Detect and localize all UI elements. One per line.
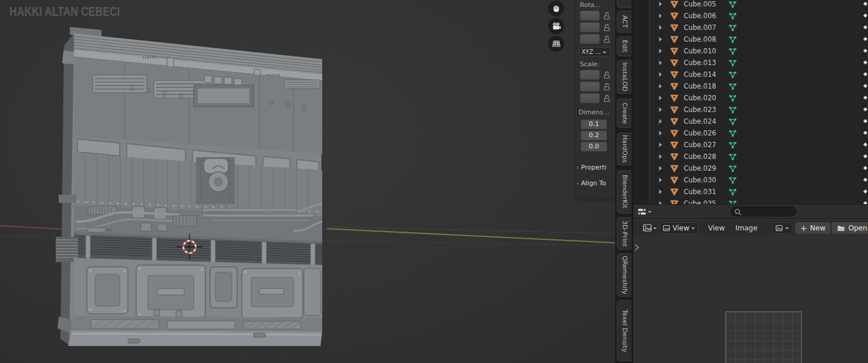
expand-caret-icon[interactable] [659,189,664,194]
expand-caret-icon[interactable] [659,154,664,159]
expand-caret-icon[interactable] [659,166,664,171]
lock-icon[interactable] [603,83,611,91]
expand-caret-icon[interactable] [659,2,664,6]
mesh-object-icon [670,46,679,56]
mesh-data-icon [728,94,737,103]
open-image-button[interactable]: Open [832,222,868,234]
rotation-y-field[interactable] [580,22,600,32]
outliner-row[interactable]: Cube.028 [651,151,868,162]
tool-tab-hardops[interactable]: HardOps [617,133,631,165]
expand-caret-icon[interactable] [659,131,664,135]
expand-caret-icon[interactable] [659,25,664,30]
expand-caret-icon[interactable] [659,72,664,77]
outliner-row[interactable]: Cube.026 [651,127,868,139]
outliner-row[interactable]: Cube.029 [651,162,868,174]
pan-hand-gizmo[interactable] [548,1,564,16]
3d-viewport[interactable]: HAKKI ALTAN CEBECI [0,0,633,363]
mode-value: View [673,224,689,232]
expand-caret-icon[interactable] [659,143,664,147]
lock-icon[interactable] [603,12,611,20]
lock-icon[interactable] [603,94,611,103]
outliner-row[interactable]: Cube.013 [651,57,868,69]
panel-header-label: Properti [581,164,606,171]
outliner-header [633,204,868,219]
outliner-row[interactable]: Cube.006 [651,10,868,22]
outliner-row[interactable]: Cube.014 [651,69,868,80]
panel-header-properties[interactable]: › Properti [576,162,614,172]
panel-header-align-to[interactable]: › Align To [576,178,614,188]
dimension-z-field[interactable]: 0.0 [581,142,607,151]
image-datablock-dropdown[interactable] [772,222,792,234]
outliner-item-label: Cube.006 [684,12,727,20]
expand-caret-icon[interactable] [659,84,664,89]
mode-dropdown[interactable]: View [659,222,698,234]
outliner-row[interactable]: Cube.005 [651,0,868,10]
tool-tab-blenderkit[interactable]: BlenderKit [617,170,631,213]
editor-type-dropdown[interactable] [643,223,657,232]
folder-icon [837,225,845,232]
outliner-editor-icon [637,207,647,216]
tool-tab-qremeshify[interactable]: QRemeshify [617,253,631,297]
outliner-row[interactable]: Cube.020 [651,92,868,104]
mesh-data-icon [728,12,737,21]
outliner-row[interactable]: Cube.018 [651,80,868,92]
mesh-data-icon [728,59,737,67]
expand-caret-icon[interactable] [659,60,664,65]
editor-type-dropdown[interactable] [637,207,651,216]
scifi-wall-model[interactable] [0,0,633,363]
toolbar-expand-arrow[interactable] [634,243,640,252]
tab-partial[interactable] [617,0,631,8]
expand-caret-icon[interactable] [659,107,664,112]
expand-caret-icon[interactable] [659,49,664,53]
camera-view-gizmo[interactable] [548,18,564,34]
mesh-data-icon [728,129,737,138]
mesh-object-icon [670,35,679,44]
outliner-row[interactable]: Cube.007 [651,22,868,33]
scale-label: Scale: [580,60,599,68]
rotation-mode-dropdown[interactable]: XYZ ... [579,47,611,57]
grid-floor-gizmo[interactable] [548,36,564,52]
image-icon [663,225,670,232]
outliner-row[interactable]: Cube.023 [651,104,868,116]
expand-caret-icon[interactable] [659,37,664,42]
expand-caret-icon[interactable] [659,178,664,182]
outliner-row[interactable]: Cube.030 [651,174,868,186]
expand-caret-icon[interactable] [659,96,664,100]
menu-image[interactable]: Image [735,224,758,232]
lock-icon[interactable] [603,23,611,32]
outliner-row[interactable]: Cube.024 [651,116,868,127]
scale-x-field[interactable] [580,70,600,80]
dimension-x-field[interactable]: 0.1 [581,120,607,129]
open-button-label: Open [848,224,867,232]
outliner-row[interactable]: Cube.027 [651,139,868,151]
grid-icon [552,39,561,48]
outliner-item-label: Cube.029 [684,164,727,172]
lock-icon[interactable] [603,35,611,43]
mesh-data-icon [728,0,737,9]
lock-icon[interactable] [603,71,611,79]
image-editor: View View Image + New Open [633,218,868,363]
outliner-row[interactable]: Cube.031 [651,186,868,198]
tool-tab-edit[interactable]: Edit [617,36,631,56]
scale-y-field[interactable] [580,82,600,91]
dimensions-label: Dimens... [579,108,609,116]
expand-caret-icon[interactable] [659,119,664,124]
tool-tab-act[interactable]: ACT [617,11,631,33]
outliner-row[interactable]: Cube.010 [651,45,868,57]
outliner-row[interactable]: Cube.008 [651,33,868,45]
dimension-y-field[interactable]: 0.2 [581,131,607,140]
outliner-item-label: Cube.026 [684,129,727,137]
expand-caret-icon[interactable] [659,13,664,18]
rotation-x-field[interactable] [580,11,600,21]
rotation-label: Rota... [580,1,600,9]
new-image-button[interactable]: + New [795,222,831,234]
outliner-item-label: Cube.013 [684,59,727,67]
scale-z-field[interactable] [580,93,600,103]
outliner-item-label: Cube.024 [684,117,727,125]
tool-tab-create[interactable]: Create [617,99,631,128]
tool-tab-texel-density[interactable]: Texel Density [617,300,631,361]
tool-tab-3d-print[interactable]: 3D-Print [617,217,631,250]
rotation-z-field[interactable] [580,34,600,44]
tool-tab-instalod[interactable]: InstaLOD [617,60,631,94]
menu-view[interactable]: View [708,224,724,232]
